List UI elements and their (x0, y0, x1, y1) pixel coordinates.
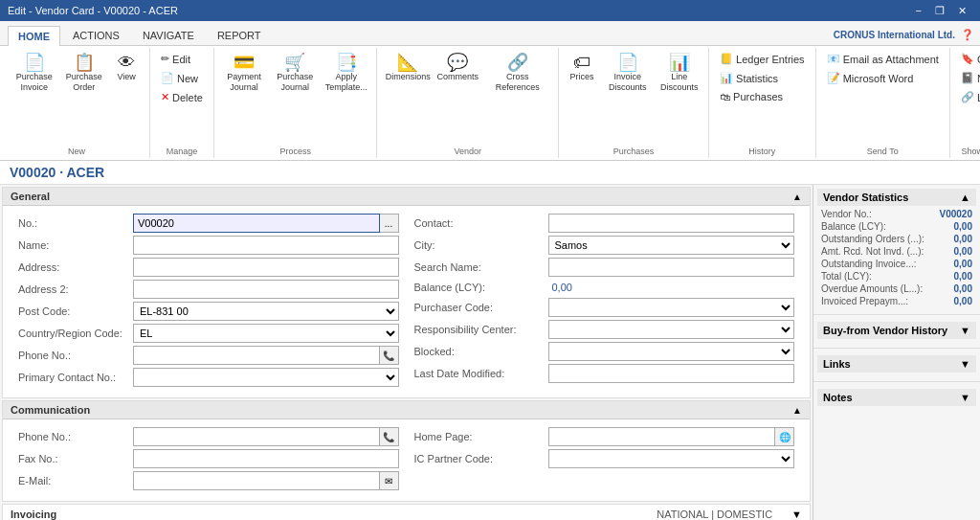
email-action-button[interactable]: ✉ (380, 471, 399, 490)
edit-icon: ✏ (161, 53, 169, 65)
comm-phone-action-button[interactable]: 📞 (380, 427, 399, 446)
purchases-history-button[interactable]: 🛍 Purchases (715, 88, 810, 105)
right-panel: Vendor Statistics ▲ Vendor No.: V00020 B… (813, 185, 980, 520)
help-icon[interactable]: ❓ (961, 29, 974, 41)
title-bar: Edit - Vendor Card - V00020 - ACER − ❐ ✕ (0, 0, 980, 21)
searchname-input[interactable]: ACER (548, 258, 795, 277)
homepage-label: Home Page: (414, 431, 548, 442)
vendor-statistics-title: Vendor Statistics (823, 192, 908, 203)
contact-input[interactable] (548, 214, 795, 233)
links-header[interactable]: Links ▼ (817, 355, 976, 373)
city-label: City: (414, 239, 548, 251)
vendor-statistics-header[interactable]: Vendor Statistics ▲ (817, 189, 976, 206)
primary-contact-select[interactable] (133, 368, 399, 387)
links-button[interactable]: 🔗 Links (956, 88, 980, 106)
no-input[interactable] (133, 214, 380, 233)
phone-action-button[interactable]: 📞 (380, 346, 399, 365)
responsibility-row: Responsibility Center: (414, 320, 795, 339)
onenote-icon: 🔖 (961, 53, 974, 65)
prices-button[interactable]: 🏷 Prices (565, 50, 599, 85)
stat-total-row: Total (LCY): 0,00 (817, 270, 976, 283)
general-section-title: General (11, 191, 50, 202)
searchname-row: Search Name: ACER (414, 258, 795, 277)
edit-button[interactable]: ✏ Edit (156, 50, 208, 68)
phone-input[interactable]: 2273085000 (133, 346, 380, 365)
fax-input[interactable] (133, 449, 399, 468)
purchase-invoice-button[interactable]: 📄 Purchase Invoice (10, 50, 59, 97)
responsibility-select[interactable] (548, 320, 795, 339)
no-lookup-button[interactable]: ... (380, 214, 399, 233)
onenote-button[interactable]: 🔖 OneNote (956, 50, 980, 68)
window-title: Edit - Vendor Card - V00020 - ACER (8, 5, 178, 16)
microsoft-word-button[interactable]: 📝 Microsoft Word (822, 69, 944, 87)
ribbon-group-history: 📒 Ledger Entries 📊 Statistics 🛍 Purchase… (709, 48, 816, 158)
form-panel: General ▲ No.: ... (0, 185, 813, 520)
comments-button[interactable]: 💬 Comments (434, 50, 481, 85)
purchaser-select[interactable] (548, 298, 795, 317)
stat-invoiced-prepaym-value: 0,00 (954, 296, 972, 306)
minimize-button[interactable]: − (910, 3, 927, 19)
homepage-wrapper: 🌐 (548, 427, 795, 446)
buy-from-history-header[interactable]: Buy-from Vendor History ▼ (817, 322, 976, 339)
statistics-button[interactable]: 📊 Statistics (715, 69, 810, 87)
communication-section: Communication ▲ Phone No.: 2273085000 📞 (2, 400, 811, 502)
address2-input[interactable] (133, 280, 399, 299)
postcode-label: Post Code: (18, 305, 133, 317)
country-row: Country/Region Code: EL (18, 324, 399, 343)
homepage-action-button[interactable]: 🌐 (775, 427, 794, 446)
homepage-input[interactable] (548, 427, 776, 446)
ribbon-group-history-items: 📒 Ledger Entries 📊 Statistics 🛍 Purchase… (715, 50, 810, 145)
comm-phone-input[interactable]: 2273085000 (133, 427, 380, 446)
icpartner-select[interactable] (548, 449, 795, 468)
cross-references-button[interactable]: 🔗 Cross References (483, 50, 553, 97)
communication-section-title: Communication (11, 404, 90, 416)
communication-section-body: Phone No.: 2273085000 📞 Fax No.: E-Mail: (3, 419, 810, 501)
address-input[interactable]: Λεικάτη19 (133, 258, 399, 277)
maximize-button[interactable]: ❐ (929, 3, 950, 19)
lastdate-input[interactable]: 5/10/2015 (548, 364, 795, 383)
line-discounts-button[interactable]: 📊 Line Discounts (657, 50, 702, 97)
blocked-select[interactable] (548, 342, 795, 361)
communication-section-header[interactable]: Communication ▲ (3, 401, 810, 419)
close-button[interactable]: ✕ (952, 3, 972, 19)
tab-home[interactable]: HOME (8, 26, 60, 46)
ribbon-group-sendto-items: 📧 Email as Attachment 📝 Microsoft Word (822, 50, 944, 145)
purchase-order-button[interactable]: 📋 Purchase Order (61, 50, 107, 97)
icpartner-label: IC Partner Code: (414, 453, 548, 464)
line-discounts-icon: 📊 (669, 54, 690, 71)
purchase-journal-button[interactable]: 🛒 Purchase Journal (270, 50, 320, 97)
tab-actions[interactable]: ACTIONS (62, 25, 130, 45)
address-label: Address: (18, 261, 133, 273)
purchaser-row: Purchaser Code: (414, 298, 795, 317)
vendor-statistics-chevron-icon: ▲ (960, 192, 970, 203)
invoicing-value: NATIONAL | DOMESTIC (657, 509, 772, 520)
country-select[interactable]: EL (133, 324, 399, 343)
ledger-entries-button[interactable]: 📒 Ledger Entries (715, 50, 810, 68)
stat-total-value: 0,00 (954, 271, 972, 282)
postcode-select[interactable]: EL-831 00 (133, 302, 399, 321)
dimensions-button[interactable]: 📐 Dimensions (383, 50, 433, 85)
tab-navigate[interactable]: NAVIGATE (132, 25, 205, 45)
invoice-discounts-button[interactable]: 📄 Invoice Discounts (601, 50, 655, 97)
invoicing-section: Invoicing NATIONAL | DOMESTIC ▼ (2, 504, 811, 520)
notes-header[interactable]: Notes ▼ (817, 389, 976, 406)
name-input[interactable]: ACER (133, 236, 399, 255)
payment-journal-button[interactable]: 💳 Payment Journal (220, 50, 268, 97)
blocked-row: Blocked: (414, 342, 795, 361)
notes-title: Notes (823, 392, 853, 403)
tab-report[interactable]: REPORT (207, 25, 272, 45)
view-button[interactable]: 👁 View (109, 50, 144, 85)
vendor-group-label: Vendor (383, 145, 552, 156)
apply-template-button[interactable]: 📑 Apply Template... (322, 50, 370, 97)
email-input[interactable]: sales@samos.gr (133, 471, 380, 490)
new-button[interactable]: 📄 New (156, 69, 208, 87)
general-section-body: No.: ... Name: ACER Address: (3, 206, 810, 397)
email-attachment-button[interactable]: 📧 Email as Attachment (822, 50, 944, 68)
city-select[interactable]: Samos (548, 236, 795, 255)
invoicing-header[interactable]: Invoicing NATIONAL | DOMESTIC ▼ (3, 505, 810, 520)
notes-button[interactable]: 📓 Notes (956, 69, 980, 87)
stat-invoiced-prepaym-label: Invoiced Prepaym...: (821, 296, 908, 306)
delete-button[interactable]: ✕ Delete (156, 88, 208, 106)
general-section-header[interactable]: General ▲ (3, 188, 810, 206)
delete-icon: ✕ (161, 91, 169, 103)
